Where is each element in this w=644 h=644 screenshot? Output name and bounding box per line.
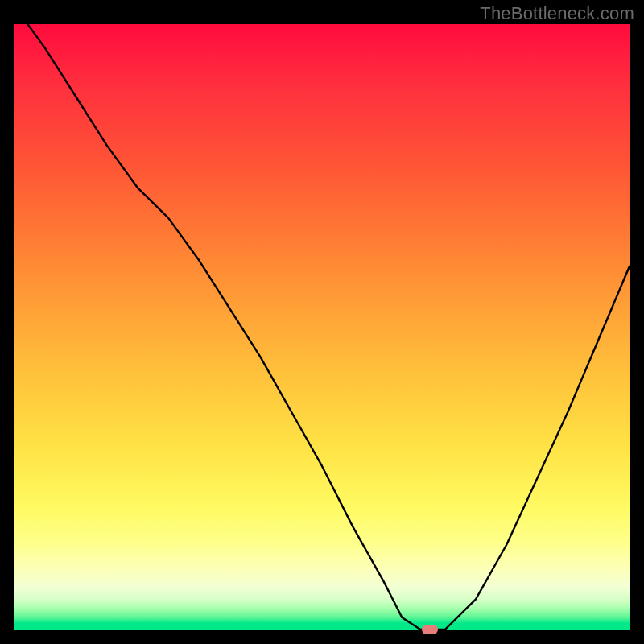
plot-area bbox=[14, 24, 630, 630]
curve-layer bbox=[14, 24, 630, 630]
optimal-point-marker bbox=[422, 625, 438, 634]
bottleneck-curve bbox=[14, 24, 630, 630]
chart-frame: TheBottleneck.com bbox=[0, 0, 644, 644]
watermark-text: TheBottleneck.com bbox=[480, 3, 634, 24]
